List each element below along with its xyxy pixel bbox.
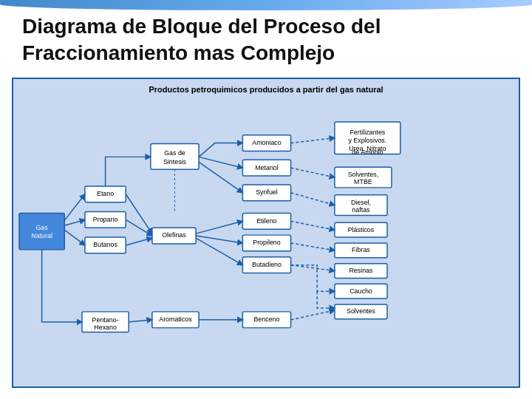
title-area: Diagrama de Bloque del Proceso del Fracc…	[0, 0, 532, 73]
svg-text:de Amonio: de Amonio	[352, 149, 383, 156]
svg-line-58	[64, 230, 85, 245]
svg-line-74	[291, 265, 335, 270]
svg-text:Gas: Gas	[35, 223, 48, 231]
svg-text:Propileno: Propileno	[253, 239, 281, 246]
svg-text:naftas: naftas	[352, 206, 370, 214]
svg-text:y Explosivos.: y Explosivos.	[348, 137, 386, 144]
svg-line-65	[196, 221, 242, 233]
diagram-svg: .box { fill: white; stroke: #1a5fa8; str…	[18, 98, 514, 386]
svg-text:Caucho: Caucho	[349, 287, 372, 294]
svg-text:Solventes,: Solventes,	[348, 171, 378, 178]
svg-line-70	[291, 168, 335, 177]
svg-line-62	[129, 320, 152, 322]
svg-rect-2	[19, 213, 64, 249]
svg-line-57	[64, 219, 85, 225]
diagram-title: Productos petroquimicos producidos a par…	[18, 83, 514, 95]
svg-text:Butadieno: Butadieno	[252, 261, 282, 268]
svg-text:Aromaticos: Aromaticos	[159, 316, 192, 323]
svg-rect-14	[151, 143, 199, 169]
svg-text:Hexano: Hexano	[94, 324, 117, 331]
svg-text:Gas de: Gas de	[164, 149, 185, 157]
svg-text:Amoniaco: Amoniaco	[252, 139, 282, 146]
svg-text:Synfuel: Synfuel	[256, 188, 278, 196]
svg-text:Olefinas: Olefinas	[162, 231, 186, 239]
svg-text:Etileno: Etileno	[256, 216, 276, 224]
svg-text:Plásticos: Plásticos	[348, 225, 375, 233]
svg-line-61	[126, 238, 152, 245]
svg-text:Propano: Propano	[93, 215, 118, 222]
svg-line-56	[64, 194, 85, 221]
title-line1: Diagrama de Bloque del Proceso del	[22, 15, 381, 38]
svg-text:Pentano-: Pentano-	[92, 316, 119, 324]
svg-text:Diesel,: Diesel,	[351, 199, 371, 206]
svg-text:Fertilizantes: Fertilizantes	[349, 129, 385, 136]
svg-text:Butanos: Butanos	[93, 241, 117, 248]
svg-text:Etano: Etano	[97, 190, 114, 197]
slide-title: Diagrama de Bloque del Proceso del Fracc…	[22, 13, 510, 67]
svg-text:Sintesis: Sintesis	[163, 157, 187, 165]
svg-text:Natural: Natural	[31, 232, 52, 239]
svg-line-71	[291, 193, 335, 205]
svg-text:Solventes: Solventes	[347, 307, 376, 315]
svg-text:MTBE: MTBE	[354, 178, 372, 185]
svg-text:Metanol: Metanol	[255, 163, 279, 171]
svg-text:Fibras: Fibras	[352, 246, 370, 253]
slide: Diagrama de Bloque del Proceso del Fracc…	[0, 0, 532, 399]
title-line2: Fraccionamiento mas Complejo	[22, 41, 335, 64]
svg-line-75	[291, 310, 335, 320]
svg-text:Resinas: Resinas	[349, 267, 373, 274]
svg-line-69	[291, 137, 335, 143]
svg-line-73	[291, 243, 335, 250]
svg-line-72	[291, 221, 335, 230]
svg-text:Benceno: Benceno	[253, 316, 279, 323]
diagram-container: Productos petroquimicos producidos a par…	[12, 78, 520, 388]
